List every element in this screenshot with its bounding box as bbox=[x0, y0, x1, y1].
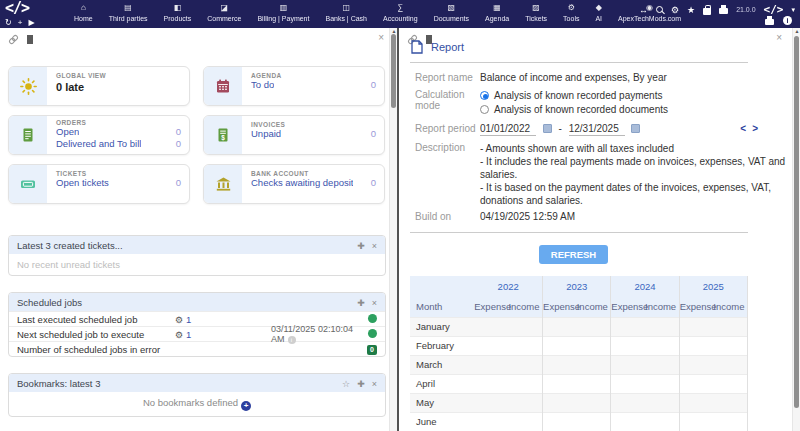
cell bbox=[474, 374, 508, 393]
period-from-input[interactable] bbox=[480, 123, 536, 136]
menu-item-ai[interactable]: ◆AI bbox=[587, 3, 610, 23]
menu-item-tools[interactable]: ⚙Tools bbox=[555, 3, 587, 23]
add-icon[interactable]: + bbox=[18, 18, 23, 27]
widget-invoices[interactable]: $ INVOICES Unpaid0 bbox=[203, 115, 385, 155]
refresh-button[interactable]: REFRESH bbox=[539, 245, 608, 264]
cell bbox=[508, 412, 542, 431]
widget-tickets[interactable]: TICKETS Open tickets0 bbox=[8, 164, 190, 204]
calendar-icon bbox=[204, 67, 242, 105]
menu-item-commerce[interactable]: ◪Commerce bbox=[199, 3, 249, 23]
period-to-input[interactable] bbox=[569, 123, 625, 136]
scrollbar-thumb[interactable] bbox=[794, 36, 799, 408]
cell bbox=[679, 374, 713, 393]
month-label: March bbox=[410, 355, 474, 374]
widget-orders[interactable]: ORDERS Open0 Delivered and To bill0 bbox=[8, 115, 190, 155]
print-icon[interactable] bbox=[719, 8, 728, 14]
orders-open-link[interactable]: Open bbox=[56, 126, 79, 138]
calendar-picker-icon[interactable] bbox=[543, 124, 552, 133]
income-header: Income bbox=[645, 297, 679, 317]
move-icon[interactable]: ✚ bbox=[357, 298, 365, 308]
bookmark-star-icon[interactable]: ★ bbox=[687, 5, 695, 15]
user-logo-icon[interactable]: </> bbox=[764, 3, 784, 16]
close-icon[interactable]: × bbox=[372, 379, 377, 389]
pane-handle-icon[interactable] bbox=[27, 35, 33, 44]
info-icon[interactable]: i bbox=[783, 16, 792, 25]
bank-checks-link[interactable]: Checks awaiting deposit bbox=[251, 177, 353, 189]
period-separator: - bbox=[559, 123, 562, 134]
radio-payments[interactable] bbox=[480, 91, 489, 100]
cell bbox=[508, 336, 542, 355]
widget-global-view[interactable]: GLOBAL VIEW 0 late bbox=[8, 66, 190, 106]
search-icon[interactable] bbox=[656, 6, 663, 13]
close-pane-icon[interactable]: × bbox=[776, 32, 782, 43]
close-pane-icon[interactable]: × bbox=[378, 32, 384, 43]
menu-item-banks[interactable]: ◫Banks | Cash bbox=[317, 3, 375, 23]
orders-delivered-link[interactable]: Delivered and To bill bbox=[56, 138, 141, 150]
cell bbox=[713, 336, 747, 355]
left-scrollbar[interactable]: ▲ bbox=[389, 28, 397, 431]
status-ok-dot bbox=[368, 314, 377, 323]
scrollbar-thumb[interactable] bbox=[391, 34, 396, 108]
home-icon: ⌂ bbox=[81, 3, 86, 12]
star-icon[interactable]: ☆ bbox=[342, 379, 350, 389]
menu-item-home[interactable]: ⌂Home bbox=[66, 3, 101, 23]
expand-icon[interactable]: ↔ bbox=[639, 5, 648, 15]
link-icon[interactable] bbox=[8, 34, 19, 45]
cell bbox=[577, 393, 611, 412]
cell bbox=[679, 317, 713, 336]
shop-bag-icon[interactable] bbox=[703, 8, 711, 15]
move-icon[interactable]: ✚ bbox=[357, 379, 365, 389]
radio-label[interactable]: Analysis of known recorded payments bbox=[494, 90, 662, 101]
radio-documents[interactable] bbox=[480, 105, 489, 114]
invoices-unpaid-link[interactable]: Unpaid bbox=[251, 128, 281, 140]
menu-item-billing[interactable]: ▥Billing | Payment bbox=[249, 3, 317, 23]
menu-item-third-parties[interactable]: ▤Third parties bbox=[101, 3, 156, 23]
close-icon[interactable]: × bbox=[372, 298, 377, 308]
job-count[interactable]: 1 bbox=[186, 314, 191, 325]
gear-icon[interactable]: ⚙ bbox=[671, 5, 679, 15]
refresh-icon[interactable]: ↻ bbox=[5, 18, 12, 27]
menu-item-agenda[interactable]: ▦Agenda bbox=[477, 3, 517, 23]
menu-item-tickets[interactable]: ▨Tickets bbox=[517, 3, 555, 23]
menu-item-documents[interactable]: ▧Documents bbox=[426, 3, 477, 23]
commerce-icon: ◪ bbox=[221, 3, 229, 12]
print-page-icon[interactable] bbox=[765, 19, 774, 25]
scroll-up-icon[interactable]: ▲ bbox=[793, 28, 800, 35]
widget-title: TICKETS bbox=[56, 170, 181, 177]
ticket-icon: ▨ bbox=[532, 3, 540, 12]
year-link[interactable]: 2022 bbox=[474, 276, 542, 297]
app-logo: </> ↻ + ▶ bbox=[5, 1, 35, 27]
tickets-open-link[interactable]: Open tickets bbox=[56, 177, 109, 189]
widget-agenda[interactable]: AGENDA To do0 bbox=[203, 66, 385, 106]
empty-message: No bookmarks defined bbox=[143, 397, 238, 408]
play-icon[interactable]: ▶ bbox=[28, 18, 34, 27]
todo-link[interactable]: To do bbox=[251, 79, 274, 91]
menu-item-accounting[interactable]: ∑Accounting bbox=[375, 3, 426, 23]
next-period-icon[interactable]: > bbox=[752, 123, 764, 134]
cell bbox=[577, 336, 611, 355]
widget-bank-account[interactable]: BANK ACCOUNT Checks awaiting deposit0 bbox=[203, 164, 385, 204]
menu-item-products[interactable]: ◧Products bbox=[156, 3, 200, 23]
job-count[interactable]: 1 bbox=[186, 329, 191, 340]
radio-label[interactable]: Analysis of known recorded documents bbox=[494, 104, 668, 115]
field-label: Report period bbox=[415, 123, 480, 136]
divider bbox=[410, 232, 748, 233]
cell bbox=[474, 336, 508, 355]
panel-divider[interactable] bbox=[397, 28, 399, 431]
move-icon[interactable]: ✚ bbox=[357, 241, 365, 251]
prev-period-icon[interactable]: < bbox=[740, 123, 752, 134]
calendar-picker-icon[interactable] bbox=[631, 124, 640, 133]
field-label: Report name bbox=[415, 72, 480, 83]
add-bookmark-icon[interactable]: + bbox=[241, 401, 251, 411]
year-link[interactable]: 2025 bbox=[679, 276, 747, 297]
close-icon[interactable]: × bbox=[372, 241, 377, 251]
logo-text[interactable]: </> bbox=[5, 1, 35, 16]
right-scrollbar[interactable]: ▲ bbox=[792, 28, 800, 431]
cell bbox=[508, 355, 542, 374]
info-icon[interactable]: i bbox=[288, 336, 296, 344]
income-header: Income bbox=[713, 297, 747, 317]
dashboard-pane: × GLOBAL VIEW 0 late AGENDA To do0 bbox=[0, 28, 397, 431]
year-link[interactable]: 2024 bbox=[611, 276, 679, 297]
chevron-down-icon[interactable]: ▾ bbox=[791, 6, 795, 14]
year-link[interactable]: 2023 bbox=[543, 276, 611, 297]
